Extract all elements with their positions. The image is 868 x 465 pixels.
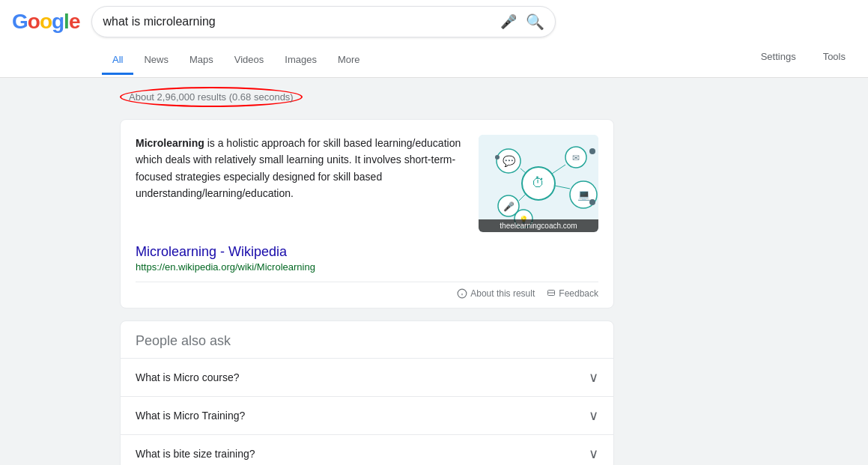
paa-question-1: What is Micro Training? [136,410,245,422]
result-image: ⏱ 💬 ✉ 💻 🎤 💡 [479,135,598,232]
wiki-link: Microlearning - Wikipedia https://en.wik… [136,244,598,273]
svg-text:💻: 💻 [577,189,591,201]
tools-link[interactable]: Tools [813,43,856,70]
results-count: About 2,96,000 results (0.68 seconds) [120,87,748,119]
tab-more[interactable]: More [327,46,371,75]
settings-link[interactable]: Settings [750,43,807,70]
svg-text:💬: 💬 [503,155,516,168]
result-term: Microlearning [136,137,204,149]
search-box: 🎤 🔍 [91,6,556,37]
info-icon [457,288,467,299]
svg-point-18 [589,199,595,205]
image-source-label: theelearningcoach.com [479,219,598,232]
paa-item-2[interactable]: What is bite size training? ∨ [121,434,613,465]
chevron-down-icon-0: ∨ [589,369,598,386]
result-description: Microlearning is a holistic approach for… [136,135,467,232]
main-content: About 2,96,000 results (0.68 seconds) Mi… [0,78,868,465]
chevron-down-icon-1: ∨ [589,407,598,424]
wiki-title-link[interactable]: Microlearning - Wikipedia [136,244,287,259]
search-input[interactable] [103,15,500,28]
svg-text:✉: ✉ [572,153,580,163]
microlearning-diagram: ⏱ 💬 ✉ 💻 🎤 💡 [479,135,598,232]
people-also-ask-card: People also ask What is Micro course? ∨ … [120,320,614,465]
wiki-url: https://en.wikipedia.org/wiki/Microlearn… [136,261,598,273]
result-body: Microlearning is a holistic approach for… [136,135,598,232]
paa-item-1[interactable]: What is Micro Training? ∨ [121,396,613,434]
tab-all[interactable]: All [102,46,133,75]
svg-point-19 [495,155,500,159]
paa-item-0[interactable]: What is Micro course? ∨ [121,358,613,396]
feedback-btn[interactable]: Feedback [547,288,598,299]
nav-tabs: All News Maps Videos Images More [12,46,371,75]
result-footer: About this result Feedback [136,282,598,299]
tab-videos[interactable]: Videos [224,46,275,75]
tab-images[interactable]: Images [274,46,327,75]
paa-question-0: What is Micro course? [136,371,239,383]
paa-heading: People also ask [121,321,613,358]
feedback-icon [547,289,556,298]
search-icon[interactable]: 🔍 [526,13,544,31]
svg-point-17 [589,148,595,154]
tab-news[interactable]: News [133,46,179,75]
microphone-icon[interactable]: 🎤 [500,13,517,30]
svg-text:🎤: 🎤 [503,201,515,212]
tab-maps[interactable]: Maps [179,46,224,75]
google-logo: Google [12,10,79,34]
about-result[interactable]: About this result [457,288,535,299]
paa-question-2: What is bite size training? [136,448,255,460]
nav-right: Settings Tools [750,43,856,77]
chevron-down-icon-2: ∨ [589,446,598,462]
svg-text:⏱: ⏱ [532,175,545,190]
main-result-card: Microlearning is a holistic approach for… [120,119,614,309]
